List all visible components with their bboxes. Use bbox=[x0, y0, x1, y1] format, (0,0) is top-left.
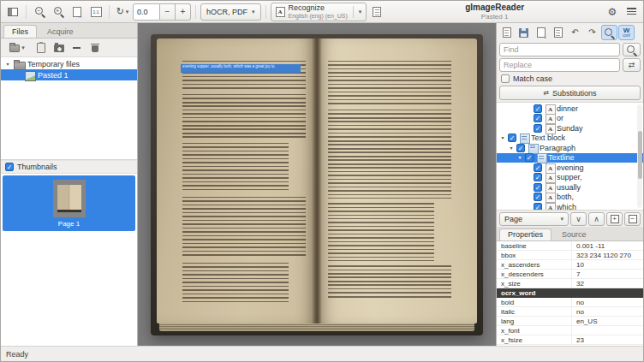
rotation-input[interactable] bbox=[133, 3, 160, 21]
recognize-button[interactable]: Recognize English (eng) (en_US) ▾ bbox=[271, 3, 367, 21]
properties-tab[interactable]: Properties bbox=[499, 228, 552, 240]
thumbnails-checkbox[interactable] bbox=[5, 163, 14, 171]
hocr-tree-row[interactable]: usually bbox=[497, 182, 643, 193]
substitutions-button[interactable]: ⇄ Substitutions bbox=[499, 86, 641, 100]
property-row[interactable]: baseline 0.001 -11 bbox=[497, 241, 643, 251]
selection-highlight[interactable]: evening supper, usually both, which was … bbox=[181, 64, 301, 73]
hocr-tree-row[interactable]: evening bbox=[497, 163, 643, 173]
hocr-tree-row[interactable]: or bbox=[497, 114, 643, 124]
item-checkbox[interactable] bbox=[534, 114, 542, 122]
redo-button[interactable]: ↷ bbox=[584, 25, 600, 40]
item-checkbox[interactable] bbox=[534, 124, 542, 133]
item-checkbox[interactable] bbox=[534, 193, 542, 201]
item-checkbox[interactable] bbox=[534, 173, 542, 181]
open-hocr-button[interactable] bbox=[498, 25, 515, 40]
property-row[interactable]: x_size 32 bbox=[497, 279, 643, 288]
property-value[interactable] bbox=[572, 326, 643, 335]
word-confidence-toggle-button[interactable]: Wconf bbox=[618, 25, 635, 40]
item-checkbox[interactable] bbox=[534, 203, 542, 211]
paste-button[interactable] bbox=[33, 40, 49, 56]
hocr-tree-row[interactable]: which bbox=[497, 202, 643, 211]
item-checkbox[interactable] bbox=[516, 144, 525, 152]
page-combo[interactable]: Page ▾ bbox=[499, 212, 569, 226]
property-row[interactable]: x_font bbox=[497, 326, 643, 335]
find-replace-toggle-button[interactable] bbox=[601, 25, 617, 40]
thumbnail-item[interactable]: Page 1 bbox=[3, 175, 135, 231]
hocr-tree-row[interactable]: supper, bbox=[497, 173, 643, 183]
zoom-out-button[interactable]: − bbox=[31, 3, 48, 21]
property-value[interactable]: no bbox=[572, 307, 643, 316]
hocr-tree-row[interactable]: dinner bbox=[497, 104, 643, 114]
ocr-mode-combo[interactable]: hOCR, PDF ▾ bbox=[200, 3, 261, 21]
file-tree-row[interactable]: Pasted 1 bbox=[1, 69, 137, 80]
output-pane-toggle-button[interactable] bbox=[368, 3, 385, 21]
rotate-button[interactable]: ↻ ▾ bbox=[114, 3, 131, 21]
find-input[interactable] bbox=[499, 43, 620, 56]
file-tree-row[interactable]: Temporary files bbox=[1, 58, 137, 69]
item-checkbox[interactable] bbox=[534, 163, 542, 172]
hocr-tree-row[interactable]: Textline bbox=[497, 153, 643, 163]
add-images-button[interactable]: ▾ bbox=[3, 40, 31, 56]
delete-image-button[interactable] bbox=[86, 40, 103, 56]
export-pdf-button[interactable] bbox=[550, 25, 566, 40]
property-row[interactable]: bbox 323 234 1120 270 bbox=[497, 251, 643, 260]
item-checkbox[interactable] bbox=[534, 183, 542, 192]
hocr-tree-row[interactable]: Paragraph bbox=[497, 143, 643, 153]
property-row[interactable]: x_fsize 23 bbox=[497, 335, 643, 345]
replace-input[interactable] bbox=[499, 58, 620, 72]
property-value[interactable]: no bbox=[572, 298, 643, 306]
expander-icon[interactable] bbox=[516, 155, 523, 160]
sources-tab[interactable]: Files bbox=[3, 25, 37, 38]
image-canvas[interactable]: evening supper, usually both, which was … bbox=[138, 23, 496, 346]
next-match-button[interactable]: ∨ bbox=[570, 212, 587, 226]
item-checkbox[interactable] bbox=[525, 153, 534, 162]
property-row[interactable]: x_descenders 7 bbox=[497, 270, 643, 279]
zoom-in-button[interactable]: + bbox=[50, 3, 67, 21]
language-caret-icon[interactable]: ▾ bbox=[359, 9, 362, 15]
hocr-tree-row[interactable]: Sunday bbox=[497, 123, 643, 134]
property-row[interactable]: lang en_US bbox=[497, 317, 643, 326]
property-row[interactable]: bold no bbox=[497, 298, 643, 307]
undo-button[interactable]: ↶ bbox=[567, 25, 583, 40]
sources-tab[interactable]: Acquire bbox=[39, 25, 82, 38]
property-value[interactable]: 10 bbox=[572, 260, 643, 269]
property-value[interactable]: en_US bbox=[572, 317, 643, 325]
previous-match-button[interactable]: ∧ bbox=[588, 212, 605, 226]
collapse-all-button[interactable]: − bbox=[624, 212, 641, 226]
property-value[interactable]: 323 234 1120 270 bbox=[572, 251, 643, 259]
save-hocr-button[interactable] bbox=[516, 25, 532, 40]
text-paragraph bbox=[328, 61, 451, 105]
expander-icon[interactable] bbox=[4, 62, 11, 67]
replace-button[interactable]: ⇄ bbox=[623, 58, 641, 72]
export-button[interactable]: ↓ bbox=[533, 25, 549, 40]
screenshot-button[interactable] bbox=[51, 40, 67, 56]
expand-all-button[interactable]: + bbox=[606, 212, 623, 226]
expander-icon[interactable] bbox=[499, 135, 506, 140]
hocr-tree-row[interactable]: Text block bbox=[497, 134, 643, 144]
property-row[interactable]: x_ascenders 10 bbox=[497, 260, 643, 270]
item-checkbox[interactable] bbox=[508, 134, 516, 142]
tree-scrollbar[interactable] bbox=[637, 104, 642, 208]
rotation-decrease-button[interactable]: − bbox=[160, 3, 176, 21]
property-value[interactable]: 0.001 -11 bbox=[572, 241, 643, 250]
item-checkbox[interactable] bbox=[534, 104, 542, 113]
zoom-fit-button[interactable]: ↔ bbox=[69, 3, 86, 21]
sources-pane-toggle-button[interactable] bbox=[4, 3, 21, 21]
hocr-tree-row[interactable]: both, bbox=[497, 193, 643, 203]
property-value[interactable]: 7 bbox=[572, 270, 643, 278]
remove-image-button[interactable] bbox=[69, 40, 85, 56]
property-value[interactable]: 32 bbox=[572, 279, 643, 288]
settings-button[interactable]: ⚙ bbox=[604, 3, 621, 21]
properties-tab[interactable]: Source bbox=[553, 228, 595, 240]
match-case-checkbox[interactable] bbox=[501, 74, 510, 83]
property-value[interactable]: 23 bbox=[572, 335, 643, 344]
caret-down-icon: ▾ bbox=[126, 9, 129, 15]
zoom-original-button[interactable]: 1:1 bbox=[87, 3, 104, 21]
rotation-increase-button[interactable]: + bbox=[176, 3, 191, 21]
property-row[interactable]: italic no bbox=[497, 307, 643, 317]
find-next-button[interactable] bbox=[623, 43, 641, 56]
app-menu-button[interactable] bbox=[623, 3, 640, 21]
scrollbar-thumb[interactable] bbox=[638, 131, 642, 179]
expander-icon[interactable] bbox=[508, 145, 515, 151]
property-row[interactable]: ocrx_word bbox=[497, 288, 643, 298]
